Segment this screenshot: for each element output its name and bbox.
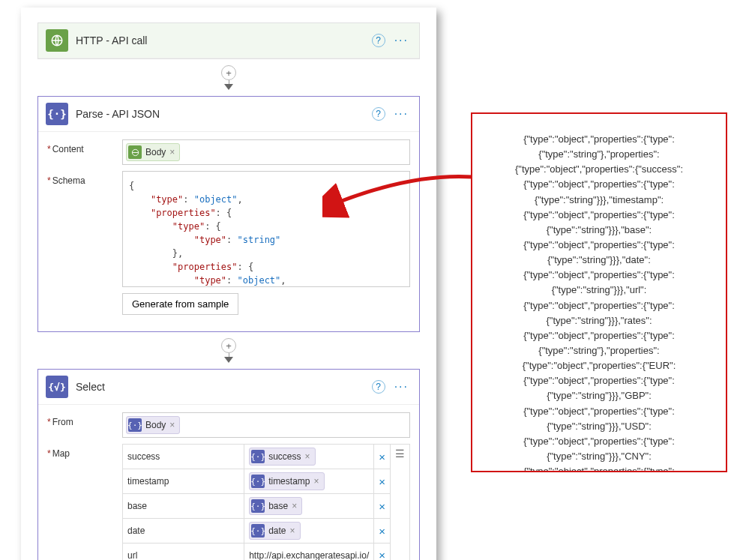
json-line: {"type":"object","properties":{"type": bbox=[483, 298, 715, 313]
json-line: {"type":"object","properties":{"type": bbox=[483, 328, 715, 343]
clear-row-button[interactable]: × bbox=[374, 494, 391, 519]
clear-row-button[interactable]: × bbox=[374, 445, 391, 469]
http-title: HTTP - API call bbox=[76, 34, 372, 46]
globe-icon bbox=[46, 29, 68, 52]
parse-icon: {·} bbox=[46, 103, 68, 125]
json-line: {"type":"string"}}},"timestamp": bbox=[483, 193, 715, 208]
json-line: {"type":"object","properties":{"type": bbox=[483, 177, 715, 192]
generate-from-sample-button[interactable]: Generate from sample bbox=[122, 293, 238, 315]
json-line: {"type":"object","properties":{"type": bbox=[483, 268, 715, 283]
clear-row-button[interactable]: × bbox=[374, 544, 391, 561]
select-icon: {√} bbox=[46, 376, 68, 398]
json-line: {"type":"object","properties":{"EUR": bbox=[483, 358, 715, 373]
json-line: {"type":"object","properties":{"type": bbox=[483, 208, 715, 223]
map-key-cell[interactable]: date bbox=[123, 519, 244, 544]
globe-icon bbox=[128, 145, 142, 159]
from-label: *From bbox=[47, 412, 122, 427]
map-row: timestamp{·}timestamp×× bbox=[123, 469, 410, 494]
json-line: {"type":"string"},"properties": bbox=[483, 147, 715, 162]
parse-icon: {·} bbox=[251, 499, 265, 513]
map-key-cell[interactable]: base bbox=[123, 494, 244, 519]
json-line: {"type":"string"}}},"CNY": bbox=[483, 449, 715, 464]
json-line: {"type":"string"},"properties": bbox=[483, 343, 715, 358]
parse-card[interactable]: {·} Parse - API JSON ? ··· *Content Body… bbox=[37, 96, 420, 332]
json-line: {"type":"object","properties":{"type": bbox=[483, 434, 715, 449]
remove-icon[interactable]: × bbox=[304, 451, 310, 462]
add-step-button[interactable]: + bbox=[221, 65, 236, 80]
parse-icon: {·} bbox=[251, 475, 265, 488]
map-value-cell[interactable]: {·}success× bbox=[244, 445, 374, 469]
arrow-down-icon bbox=[224, 357, 233, 363]
remove-icon[interactable]: × bbox=[289, 526, 295, 536]
field-token[interactable]: {·}timestamp× bbox=[249, 472, 324, 490]
http-card[interactable]: HTTP - API call ? ··· bbox=[37, 22, 420, 59]
json-line: {"type":"object","properties":{"type": bbox=[483, 373, 715, 388]
switch-mode-button[interactable]: ☰ bbox=[391, 445, 410, 561]
remove-icon[interactable]: × bbox=[169, 147, 175, 157]
clear-row-button[interactable]: × bbox=[374, 519, 391, 544]
select-title: Select bbox=[76, 381, 372, 393]
select-card[interactable]: {√} Select ? ··· *From {·} Body × bbox=[37, 369, 420, 560]
torn-paper-bg: HTTP - API call ? ··· + {·} Parse - API … bbox=[21, 7, 436, 560]
map-row: date{·}date×× bbox=[123, 519, 410, 544]
json-line: {"type":"string"}}},"rates": bbox=[483, 313, 715, 328]
json-output-panel: {"type":"object","properties":{"type":{"… bbox=[471, 112, 727, 472]
map-table: success{·}success××☰timestamp{·}timestam… bbox=[122, 444, 410, 560]
json-line: {"type":"string"}}},"date": bbox=[483, 253, 715, 268]
help-icon[interactable]: ? bbox=[372, 107, 385, 121]
parse-icon: {·} bbox=[128, 418, 142, 432]
add-step-button[interactable]: + bbox=[221, 338, 236, 353]
json-line: {"type":"object","properties":{"success"… bbox=[483, 162, 715, 177]
json-line: {"type":"object","properties":{"type": bbox=[483, 404, 715, 419]
json-line: {"type":"string"}}},"GBP": bbox=[483, 388, 715, 403]
parse-title: Parse - API JSON bbox=[76, 108, 372, 120]
clear-row-button[interactable]: × bbox=[374, 469, 391, 494]
map-label: *Map bbox=[47, 444, 122, 459]
connector: + bbox=[27, 65, 430, 90]
map-value-cell[interactable]: {·}timestamp× bbox=[244, 469, 374, 494]
more-icon[interactable]: ··· bbox=[391, 107, 412, 121]
map-key-cell[interactable]: success bbox=[123, 445, 244, 469]
more-icon[interactable]: ··· bbox=[391, 380, 412, 394]
map-row: urlhttp://api.exchangeratesapi.io/× bbox=[123, 544, 410, 561]
more-icon[interactable]: ··· bbox=[391, 34, 412, 47]
map-value-cell[interactable]: http://api.exchangeratesapi.io/ bbox=[244, 544, 374, 561]
schema-textarea[interactable]: { "type": "object", "properties": { "typ… bbox=[122, 171, 410, 287]
field-token[interactable]: {·}success× bbox=[249, 448, 315, 466]
map-row: base{·}base×× bbox=[123, 494, 410, 519]
field-token[interactable]: {·}base× bbox=[249, 497, 302, 515]
json-line: {"type":"object","properties":{"type": bbox=[483, 132, 715, 147]
workflow-column: HTTP - API call ? ··· + {·} Parse - API … bbox=[21, 7, 436, 560]
schema-label: *Schema bbox=[47, 171, 122, 186]
json-line: {"type":"object","properties":{"type": bbox=[483, 464, 715, 472]
content-label: *Content bbox=[47, 139, 122, 154]
body-token[interactable]: {·} Body × bbox=[126, 416, 180, 434]
remove-icon[interactable]: × bbox=[292, 501, 297, 511]
map-key-cell[interactable]: timestamp bbox=[123, 469, 244, 494]
json-line: {"type":"object","properties":{"type": bbox=[483, 238, 715, 253]
field-token[interactable]: {·}date× bbox=[249, 522, 300, 540]
body-token[interactable]: Body × bbox=[126, 143, 180, 161]
content-field[interactable]: Body × bbox=[122, 139, 410, 165]
parse-icon: {·} bbox=[251, 450, 265, 463]
map-key-cell[interactable]: url bbox=[123, 544, 244, 561]
json-line: {"type":"string"}}},"url": bbox=[483, 283, 715, 298]
remove-icon[interactable]: × bbox=[313, 476, 319, 487]
arrow-down-icon bbox=[224, 84, 233, 90]
map-value-cell[interactable]: {·}date× bbox=[244, 519, 374, 544]
help-icon[interactable]: ? bbox=[372, 380, 385, 394]
connector: + bbox=[27, 338, 430, 363]
json-line: {"type":"string"}}},"USD": bbox=[483, 419, 715, 434]
map-value-cell[interactable]: {·}base× bbox=[244, 494, 374, 519]
parse-icon: {·} bbox=[251, 524, 265, 538]
json-line: {"type":"string"}}},"base": bbox=[483, 223, 715, 238]
from-field[interactable]: {·} Body × bbox=[122, 412, 410, 438]
help-icon[interactable]: ? bbox=[372, 34, 385, 47]
map-row: success{·}success××☰ bbox=[123, 445, 410, 469]
remove-icon[interactable]: × bbox=[169, 420, 175, 430]
